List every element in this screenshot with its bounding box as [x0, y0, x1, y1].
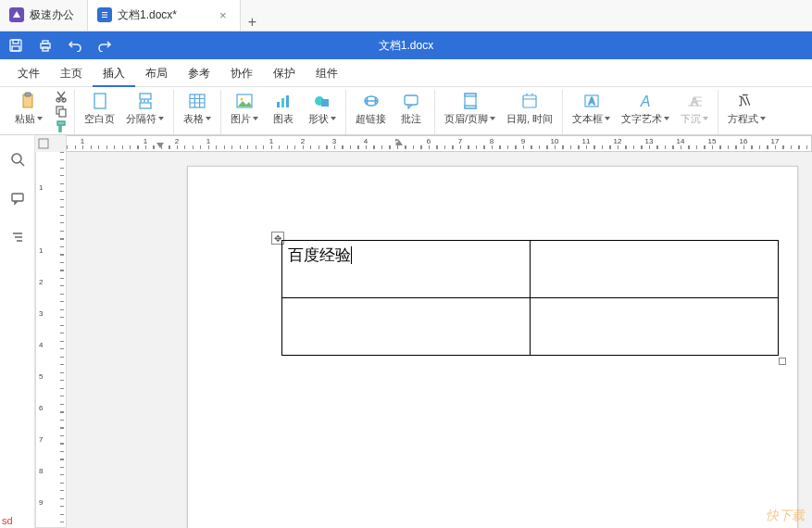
chevron-down-icon [490, 117, 495, 120]
equation-label: 方程式 [728, 112, 758, 126]
svg-rect-31 [523, 95, 536, 107]
menu-bar: 文件 主页 插入 布局 参考 协作 保护 组件 [0, 59, 812, 87]
workspace: 11211234567891011121314151617 1123456789… [0, 135, 812, 528]
wordart-button[interactable]: A 文字艺术 [618, 90, 673, 126]
cut-icon[interactable] [54, 90, 69, 103]
paste-button[interactable]: 粘贴 [11, 90, 46, 126]
indent-bottom-marker[interactable] [395, 138, 403, 145]
ribbon-group-equation: — 方程式 [718, 90, 775, 134]
table-cell[interactable] [531, 241, 779, 298]
copy-icon[interactable] [54, 105, 69, 118]
header-footer-button[interactable]: 页眉/页脚 [441, 90, 499, 126]
document-tab[interactable]: 文档1.docx* × [87, 0, 241, 31]
menu-protect[interactable]: 保护 [263, 59, 306, 87]
svg-rect-16 [140, 94, 151, 99]
equation-button[interactable]: — 方程式 [724, 90, 769, 126]
menu-file[interactable]: 文件 [7, 59, 50, 87]
chevron-down-icon [206, 117, 211, 120]
menu-collaborate[interactable]: 协作 [220, 59, 263, 87]
svg-rect-25 [321, 99, 329, 107]
hyperlink-label: 超链接 [356, 112, 386, 126]
format-painter-icon[interactable] [54, 119, 69, 132]
hyperlink-button[interactable]: 超链接 [352, 90, 390, 126]
svg-rect-14 [59, 109, 66, 117]
svg-rect-17 [140, 103, 151, 108]
print-icon[interactable] [37, 37, 54, 54]
hyperlink-icon [361, 92, 381, 110]
table-icon [187, 92, 207, 110]
close-tab-button[interactable]: × [219, 8, 227, 22]
table-cell[interactable] [531, 298, 779, 356]
chevron-down-icon [158, 117, 164, 120]
svg-rect-10 [25, 93, 31, 96]
svg-rect-5 [12, 46, 19, 51]
svg-rect-4 [13, 40, 19, 44]
svg-rect-38 [12, 194, 23, 201]
datetime-label: 日期, 时间 [506, 112, 553, 126]
redo-icon[interactable] [96, 37, 113, 54]
search-icon[interactable] [8, 150, 27, 169]
svg-rect-39 [39, 139, 48, 148]
table-row [282, 298, 779, 356]
comment-button[interactable]: 批注 [394, 90, 429, 126]
datetime-icon [519, 92, 540, 110]
comment-icon [401, 92, 421, 110]
menu-insert[interactable]: 插入 [93, 59, 135, 87]
ribbon-group-clipboard: 粘贴 [6, 90, 75, 134]
app-tab[interactable]: 极速办公 [0, 0, 87, 31]
blank-page-button[interactable]: 空白页 [81, 90, 119, 126]
chevron-down-icon [664, 117, 669, 120]
svg-rect-0 [102, 12, 107, 13]
svg-point-37 [12, 154, 21, 163]
save-icon[interactable] [7, 37, 24, 54]
chevron-down-icon [253, 117, 258, 120]
textbox-button[interactable]: A 文本框 [568, 90, 614, 126]
document-title: 文档1.docx [379, 38, 433, 54]
equation-icon: — [737, 92, 757, 110]
svg-rect-2 [102, 17, 107, 18]
vertical-ruler[interactable]: 11234567891011 [35, 152, 67, 528]
comments-panel-icon[interactable] [8, 189, 27, 207]
shape-button[interactable]: 形状 [305, 90, 340, 126]
page-canvas[interactable]: ✥ 百度经验 [67, 152, 812, 528]
document-table[interactable]: 百度经验 [281, 240, 779, 356]
left-rail [0, 135, 35, 528]
wordart-icon: A [635, 92, 656, 110]
window-titlebar: 极速办公 文档1.docx* × + [0, 0, 812, 31]
doc-icon [97, 7, 112, 22]
dropcap-label: 下沉 [681, 112, 701, 126]
picture-button[interactable]: 图片 [227, 90, 262, 126]
table-cell[interactable]: 百度经验 [282, 241, 531, 298]
menu-layout[interactable]: 布局 [135, 59, 178, 87]
document-area: 11234567891011 ✥ 百度经验 [35, 152, 812, 528]
svg-rect-18 [190, 94, 205, 107]
table-label: 表格 [183, 112, 204, 126]
svg-rect-1 [102, 15, 107, 16]
picture-label: 图片 [231, 112, 251, 126]
menu-home[interactable]: 主页 [50, 59, 93, 87]
undo-icon[interactable] [67, 37, 83, 54]
chart-button[interactable]: 图表 [266, 90, 301, 126]
page-break-button[interactable]: 分隔符 [122, 90, 168, 126]
cell-text: 百度经验 [288, 246, 351, 264]
menu-reference[interactable]: 参考 [178, 59, 220, 87]
datetime-button[interactable]: 日期, 时间 [503, 90, 556, 126]
table-cell[interactable] [282, 298, 531, 356]
svg-text:A: A [588, 96, 594, 107]
indent-top-marker[interactable] [156, 143, 164, 150]
textbox-label: 文本框 [572, 112, 603, 126]
page-break-label: 分隔符 [126, 112, 156, 126]
text-cursor [351, 246, 352, 264]
comment-label: 批注 [401, 112, 421, 126]
table-button[interactable]: 表格 [180, 90, 215, 126]
shape-icon [312, 92, 332, 110]
outline-icon[interactable] [8, 228, 27, 246]
svg-rect-22 [281, 98, 284, 107]
menu-components[interactable]: 组件 [306, 59, 348, 87]
ribbon-group-headerfooter: 页眉/页脚 日期, 时间 [435, 90, 563, 134]
quick-access-toolbar: 文档1.docx [0, 31, 812, 59]
add-tab-button[interactable]: + [241, 14, 264, 31]
dropcap-button[interactable]: A 下沉 [677, 90, 712, 126]
horizontal-ruler[interactable]: 11211234567891011121314151617 [35, 135, 812, 152]
table-resize-handle[interactable] [779, 358, 786, 365]
